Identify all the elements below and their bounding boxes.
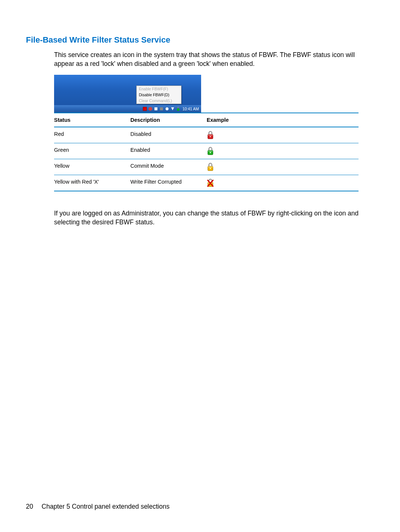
table-row: Green Enabled	[54, 143, 359, 159]
svg-point-8	[210, 136, 211, 137]
svg-point-11	[210, 152, 211, 153]
tray-icon	[154, 107, 158, 111]
section-heading: File-Based Write Filter Status Service	[26, 35, 374, 45]
menu-enable-fbwf[interactable]: Enable FBWF(F)	[137, 86, 181, 92]
table-header-description: Description	[130, 113, 207, 127]
table-row: Yellow with Red 'X' Write Filter Corrupt…	[54, 175, 359, 191]
tray-icon	[170, 107, 175, 111]
page-footer: 20 Chapter 5 Control panel extended sele…	[26, 503, 170, 511]
svg-rect-10	[208, 151, 213, 152]
svg-point-4	[166, 107, 169, 110]
taskbar: 10:41 AM	[54, 105, 201, 113]
table-header-example: Example	[207, 113, 359, 127]
svg-rect-0	[143, 107, 147, 111]
tray-icon	[159, 107, 164, 111]
page-number: 20	[26, 503, 33, 510]
lock-icon-red	[207, 131, 214, 139]
intro-paragraph: This service creates an icon in the syst…	[54, 51, 374, 68]
svg-rect-13	[208, 167, 213, 168]
tray-lock-icon[interactable]	[176, 107, 180, 111]
cell-status: Red	[54, 127, 130, 143]
svg-point-14	[210, 168, 211, 169]
cell-example	[207, 175, 359, 191]
tray-icon	[143, 107, 147, 111]
tray-icon	[148, 107, 153, 111]
table-row: Red Disabled	[54, 127, 359, 143]
cell-description: Commit Mode	[130, 159, 207, 175]
cell-description: Enabled	[130, 143, 207, 159]
cell-status: Yellow with Red 'X'	[54, 175, 130, 191]
svg-rect-2	[154, 107, 157, 110]
cell-description: Disabled	[130, 127, 207, 143]
cell-status: Green	[54, 143, 130, 159]
cell-example	[207, 143, 359, 159]
table-row: Yellow Commit Mode	[54, 159, 359, 175]
cell-example	[207, 127, 359, 143]
status-table: Status Description Example Red Disabled	[54, 113, 359, 191]
outro-paragraph: If you are logged on as Administrator, y…	[54, 209, 374, 227]
menu-clear-command[interactable]: Clear Command(L)	[137, 98, 181, 104]
table-header-status: Status	[54, 113, 130, 127]
svg-rect-3	[160, 107, 163, 110]
context-menu[interactable]: Enable FBWF(F) Disable FBWF(D) Clear Com…	[136, 86, 181, 104]
cell-description: Write Filter Corrupted	[130, 175, 207, 191]
systray-screenshot: Enable FBWF(F) Disable FBWF(D) Clear Com…	[54, 75, 201, 113]
menu-disable-fbwf[interactable]: Disable FBWF(D)	[137, 92, 181, 98]
cell-example	[207, 159, 359, 175]
lock-icon-green	[207, 147, 214, 155]
lock-icon-yellow	[207, 163, 214, 171]
svg-point-1	[149, 107, 152, 111]
cell-status: Yellow	[54, 159, 130, 175]
tray-icon	[165, 107, 169, 111]
system-tray	[143, 107, 180, 111]
chapter-label: Chapter 5 Control panel extended selecti…	[41, 503, 169, 510]
svg-rect-7	[208, 135, 213, 136]
svg-rect-5	[177, 108, 179, 111]
lock-icon-yellow-x	[207, 179, 214, 187]
taskbar-clock: 10:41 AM	[183, 107, 199, 111]
